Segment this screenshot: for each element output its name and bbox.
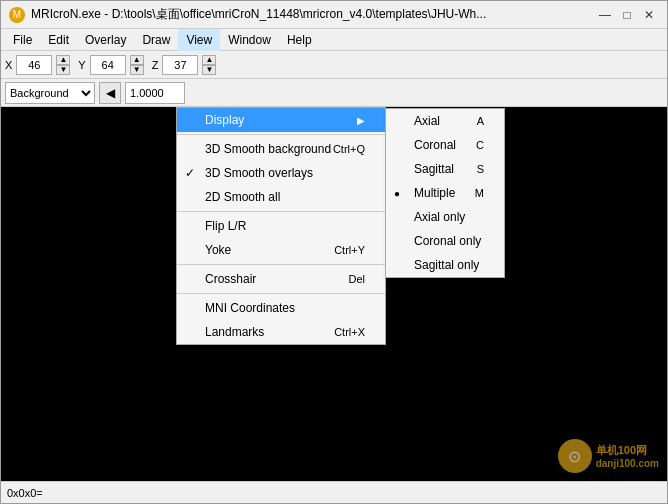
crosshair-label: Crosshair (205, 272, 256, 286)
menu-file[interactable]: File (5, 29, 40, 51)
z-down-btn[interactable]: ▼ (202, 65, 216, 75)
menu-3d-smooth-bg[interactable]: 3D Smooth background Ctrl+Q (177, 137, 385, 161)
sagittal-shortcut: S (477, 163, 484, 175)
title-bar: M MRIcroN.exe - D:\tools\桌面\office\mriCr… (1, 1, 667, 29)
minimize-button[interactable]: — (595, 5, 615, 25)
menu-3d-smooth-overlays[interactable]: ✓ 3D Smooth overlays (177, 161, 385, 185)
menu-2d-smooth-all[interactable]: 2D Smooth all (177, 185, 385, 209)
menu-display[interactable]: Display ▶ Axial A Coronal C Sagit (177, 108, 385, 132)
multiple-bullet: ● (394, 188, 400, 199)
menu-view[interactable]: View (178, 29, 220, 51)
status-text: 0x0x0= (7, 487, 43, 499)
submenu-coronal-only[interactable]: Coronal only (386, 229, 504, 253)
menu-overlay[interactable]: Overlay (77, 29, 134, 51)
sep4 (177, 293, 385, 294)
menu-yoke[interactable]: Yoke Ctrl+Y (177, 238, 385, 262)
yoke-label: Yoke (205, 243, 231, 257)
x-input[interactable] (16, 55, 52, 75)
close-button[interactable]: ✕ (639, 5, 659, 25)
submenu-sagittal[interactable]: Sagittal S (386, 157, 504, 181)
y-label: Y (78, 59, 85, 71)
yoke-shortcut: Ctrl+Y (334, 244, 365, 256)
axial-shortcut: A (477, 115, 484, 127)
y-down-btn[interactable]: ▼ (130, 65, 144, 75)
display-label: Display (205, 113, 244, 127)
watermark-url: danji100.com (596, 458, 659, 469)
smooth-bg-label: 3D Smooth background (205, 142, 331, 156)
maximize-button[interactable]: □ (617, 5, 637, 25)
menu-draw[interactable]: Draw (134, 29, 178, 51)
x-down-btn[interactable]: ▼ (56, 65, 70, 75)
flip-lr-label: Flip L/R (205, 219, 246, 233)
coronal-only-label: Coronal only (414, 234, 481, 248)
menu-help[interactable]: Help (279, 29, 320, 51)
crosshair-shortcut: Del (348, 273, 365, 285)
submenu-sagittal-only[interactable]: Sagittal only (386, 253, 504, 277)
submenu-axial[interactable]: Axial A (386, 109, 504, 133)
submenu-multiple[interactable]: ● Multiple M (386, 181, 504, 205)
view-menu: Display ▶ Axial A Coronal C Sagit (176, 107, 386, 345)
title-bar-text: MRIcroN.exe - D:\tools\桌面\office\mriCroN… (31, 6, 595, 23)
landmarks-label: Landmarks (205, 325, 264, 339)
smooth-all-label: 2D Smooth all (205, 190, 280, 204)
watermark-site: 单机100网 (596, 443, 659, 458)
smooth-bg-shortcut: Ctrl+Q (333, 143, 365, 155)
z-input[interactable] (162, 55, 198, 75)
coronal-shortcut: C (476, 139, 484, 151)
menu-edit[interactable]: Edit (40, 29, 77, 51)
watermark: ⊙ 单机100网 danji100.com (558, 439, 659, 473)
smooth-overlays-check: ✓ (185, 166, 195, 180)
display-submenu: Axial A Coronal C Sagittal S ● (385, 108, 505, 278)
menu-crosshair[interactable]: Crosshair Del (177, 267, 385, 291)
x-label: X (5, 59, 12, 71)
menu-flip-lr[interactable]: Flip L/R (177, 214, 385, 238)
landmarks-shortcut: Ctrl+X (334, 326, 365, 338)
menu-mni-coords[interactable]: MNI Coordinates (177, 296, 385, 320)
title-bar-controls: — □ ✕ (595, 5, 659, 25)
menu-window[interactable]: Window (220, 29, 279, 51)
y-up-btn[interactable]: ▲ (130, 55, 144, 65)
value-input[interactable] (125, 82, 185, 104)
submenu-axial-only[interactable]: Axial only (386, 205, 504, 229)
smooth-overlays-label: 3D Smooth overlays (205, 166, 313, 180)
display-arrow: ▶ (357, 115, 365, 126)
submenu-coronal[interactable]: Coronal C (386, 133, 504, 157)
menu-landmarks[interactable]: Landmarks Ctrl+X (177, 320, 385, 344)
x-spinner: ▲ ▼ (56, 55, 70, 75)
multiple-label: Multiple (414, 186, 455, 200)
sep2 (177, 211, 385, 212)
y-input[interactable] (90, 55, 126, 75)
app-icon: M (9, 7, 25, 23)
x-up-btn[interactable]: ▲ (56, 55, 70, 65)
axial-only-label: Axial only (414, 210, 465, 224)
status-bar: 0x0x0= (1, 481, 667, 503)
background-select[interactable]: Background (5, 82, 95, 104)
sagittal-only-label: Sagittal only (414, 258, 479, 272)
menu-bar: File Edit Overlay Draw View Window Help (1, 29, 667, 51)
mni-label: MNI Coordinates (205, 301, 295, 315)
z-label: Z (152, 59, 159, 71)
nav-button[interactable]: ◀ (99, 82, 121, 104)
sep1 (177, 134, 385, 135)
watermark-icon: ⊙ (558, 439, 592, 473)
sep3 (177, 264, 385, 265)
main-content: Display ▶ Axial A Coronal C Sagit (1, 107, 667, 503)
axial-label: Axial (414, 114, 440, 128)
z-spinner: ▲ ▼ (202, 55, 216, 75)
y-spinner: ▲ ▼ (130, 55, 144, 75)
z-up-btn[interactable]: ▲ (202, 55, 216, 65)
toolbar-row2: Background ◀ (1, 79, 667, 107)
multiple-shortcut: M (475, 187, 484, 199)
sagittal-label: Sagittal (414, 162, 454, 176)
toolbar-row1: X ▲ ▼ Y ▲ ▼ Z ▲ ▼ (1, 51, 667, 79)
coronal-label: Coronal (414, 138, 456, 152)
